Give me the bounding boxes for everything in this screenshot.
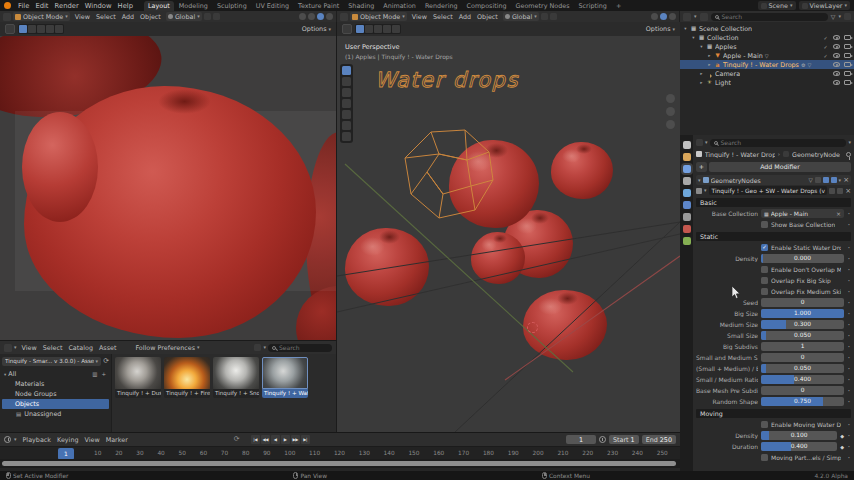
animate-dot-icon[interactable]: · xyxy=(847,323,851,327)
hide-eye-icon[interactable] xyxy=(832,53,841,58)
expand-caret-icon[interactable]: ▸ xyxy=(707,53,712,58)
viewport-left[interactable]: Options▾ xyxy=(0,22,337,340)
vpl-menu-object[interactable]: Object xyxy=(137,13,164,21)
snap-magnet-icon[interactable] xyxy=(541,13,548,20)
asset-library-selector[interactable]: Tinquify - Smar... v 3.0.0) - Assets▾ xyxy=(2,357,101,366)
workspace-tab-shading[interactable]: Shading xyxy=(344,1,378,11)
water-drops-text-object[interactable]: Water drops xyxy=(375,68,519,92)
expand-caret-icon[interactable]: ▸ xyxy=(707,62,712,67)
vpl-menu-select[interactable]: Select xyxy=(93,13,119,21)
mask-mode-icon[interactable] xyxy=(19,25,27,33)
animate-dot-icon[interactable]: · xyxy=(847,334,851,338)
animate-dot-icon[interactable]: · xyxy=(847,445,851,449)
proportional-edit-icon[interactable] xyxy=(213,13,220,20)
mode-selector[interactable]: Object Mode▾ xyxy=(350,12,407,21)
tl-menu-keying[interactable]: Keying xyxy=(54,436,81,444)
start-frame-field[interactable]: Start1 xyxy=(609,435,639,444)
properties-search-input[interactable]: Search xyxy=(710,139,847,147)
prev-keyframe-button[interactable]: ◀◀ xyxy=(261,435,270,444)
end-frame-field[interactable]: End250 xyxy=(642,435,676,444)
animate-dot-icon[interactable]: · xyxy=(847,356,851,360)
transform-orientation[interactable]: Global▾ xyxy=(503,12,539,21)
menu-edit[interactable]: Edit xyxy=(32,2,51,10)
animate-dot-icon[interactable]: · xyxy=(847,367,851,371)
workspace-tab-scripting[interactable]: Scripting xyxy=(574,1,610,11)
disable-render-icon[interactable] xyxy=(843,80,852,85)
apple-object[interactable] xyxy=(551,142,613,199)
outliner-row-scene-collection[interactable]: ▾▦Scene Collection xyxy=(680,24,854,33)
render-display-icon[interactable] xyxy=(831,177,837,183)
gear-icon[interactable] xyxy=(844,13,851,20)
catalog-objects[interactable]: Objects xyxy=(2,399,109,409)
realtime-display-icon[interactable] xyxy=(823,177,829,183)
rotate-tool-icon[interactable] xyxy=(342,99,351,108)
ab-menu-catalog[interactable]: Catalog xyxy=(65,344,96,352)
outliner-row-tinquify-water-drops[interactable]: ▸aTinquify ! - Water Drops⚙▽ xyxy=(680,60,854,69)
face-mask-icon[interactable] xyxy=(28,25,36,33)
workspace-tab-animation[interactable]: Animation xyxy=(379,1,420,11)
apple-object[interactable] xyxy=(345,228,429,306)
menu-window[interactable]: Window xyxy=(82,2,115,10)
tl-menu-playback[interactable]: Playback xyxy=(20,436,55,444)
vpm-menu-view[interactable]: View xyxy=(409,13,430,21)
zoom-icon[interactable] xyxy=(666,94,675,103)
node-tree-icon[interactable] xyxy=(696,188,702,194)
3d-cursor[interactable] xyxy=(527,322,538,333)
scene-selector[interactable]: Scene▾ xyxy=(758,1,796,10)
tl-menu-view[interactable]: View xyxy=(82,436,103,444)
outliner-search-input[interactable]: Search xyxy=(711,13,828,21)
move-tool-icon[interactable] xyxy=(342,88,351,97)
gizmo-toggle-icon[interactable] xyxy=(342,24,352,34)
editor-type-icon[interactable] xyxy=(683,13,691,21)
water-drop-bump[interactable] xyxy=(22,112,98,222)
workspace-tab-item[interactable]: + xyxy=(612,1,625,11)
slider-duration[interactable]: 0.400 xyxy=(761,442,837,451)
options-dropdown[interactable]: Options▾ xyxy=(646,25,675,33)
camera-view-icon[interactable] xyxy=(666,120,675,129)
node-group-selector[interactable]: Tinquify ! - Geo + SW - Water Drops (v 1… xyxy=(709,186,828,195)
tool-tab-icon[interactable] xyxy=(683,141,691,149)
animate-dot-icon[interactable]: · xyxy=(847,223,851,227)
outliner-row-light[interactable]: ▸☀Light xyxy=(680,78,854,87)
mode-selector[interactable]: Object Mode▾ xyxy=(13,12,70,21)
pin-icon[interactable] xyxy=(846,152,851,157)
disable-render-icon[interactable] xyxy=(843,71,852,76)
hide-eye-icon[interactable] xyxy=(832,71,841,76)
animate-dot-icon[interactable]: · xyxy=(847,246,851,250)
checkbox-overlap-fix-big-skip[interactable] xyxy=(761,277,768,284)
physics-tab-icon[interactable] xyxy=(683,189,691,197)
viewport-material-icon[interactable] xyxy=(669,13,676,20)
modifier-panel-header[interactable]: ▾ GeometryNodes ▽ ▾ × xyxy=(696,175,851,185)
refresh-icon[interactable]: ⟳ xyxy=(103,357,109,365)
slider-small-medium-b[interactable]: 0.050 xyxy=(761,364,844,373)
tl-menu-marker[interactable]: Marker xyxy=(103,436,131,444)
animate-dot-icon[interactable]: · xyxy=(847,389,851,393)
checkbox-enable-static-water-drops[interactable]: ✓ xyxy=(761,244,768,251)
workspace-tab-modeling[interactable]: Modeling xyxy=(175,1,212,11)
timeline-ruler[interactable]: 1020304050607080901001101201301401501601… xyxy=(0,446,680,459)
slider-big-subdivs[interactable]: 1 xyxy=(761,342,844,351)
scale-tool-icon[interactable] xyxy=(342,110,351,119)
checkbox-enable-don-t-overlap-mode[interactable] xyxy=(761,266,768,273)
jump-to-start-button[interactable]: |◀ xyxy=(251,435,260,444)
edit-mode-display-icon[interactable] xyxy=(815,177,821,183)
hide-eye-icon[interactable] xyxy=(832,35,841,40)
workspace-tab-uv-editing[interactable]: UV Editing xyxy=(252,1,293,11)
hide-eye-icon[interactable] xyxy=(832,44,841,49)
proportional-edit-icon[interactable] xyxy=(550,13,557,20)
animate-dot-icon[interactable]: · xyxy=(847,257,851,261)
slider-density[interactable]: 0.100 xyxy=(761,431,837,440)
selectable-checkbox-icon[interactable]: ✓ xyxy=(821,53,830,59)
ab-menu-view[interactable]: View xyxy=(19,344,40,352)
checkbox-overlap-fix-medium-skip[interactable] xyxy=(761,288,768,295)
selectable-checkbox-icon[interactable]: ✓ xyxy=(821,35,830,41)
blender-logo-icon[interactable] xyxy=(4,2,11,9)
overlay-icon[interactable] xyxy=(46,25,54,33)
xray-icon[interactable] xyxy=(392,25,400,33)
collection-field-base-collection[interactable]: ▦Apple - Main× xyxy=(761,209,844,218)
filter-funnel-icon[interactable]: ▽ xyxy=(831,13,836,20)
viewport-material-icon[interactable] xyxy=(317,13,324,20)
vpl-menu-add[interactable]: Add xyxy=(119,13,137,21)
animate-dot-icon[interactable]: · xyxy=(847,378,851,382)
xray-icon[interactable] xyxy=(55,25,63,33)
